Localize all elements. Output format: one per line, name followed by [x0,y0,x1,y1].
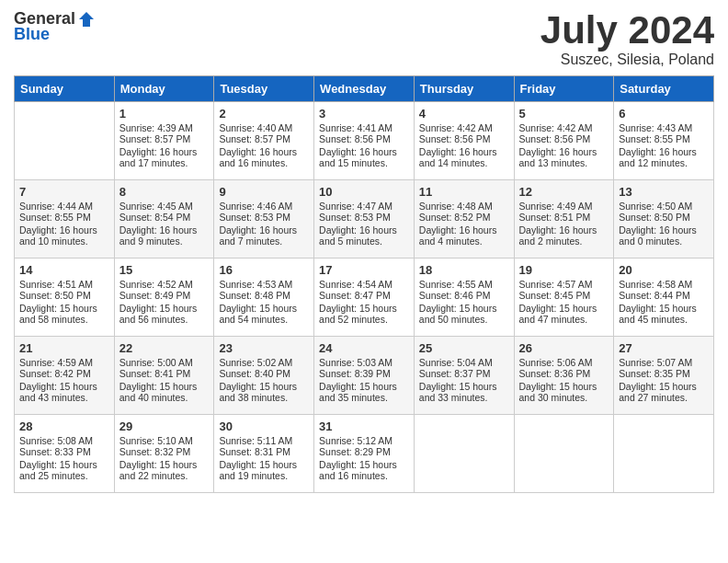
day-number: 31 [319,419,409,433]
sunset-text: Sunset: 8:41 PM [119,368,210,379]
daylight-text: Daylight: 15 hours [119,459,210,470]
sunset-text: Sunset: 8:56 PM [419,133,509,144]
calendar-cell: 19Sunrise: 4:57 AMSunset: 8:45 PMDayligh… [514,259,614,337]
daylight-text: Daylight: 15 hours [319,381,409,392]
daylight-text: Daylight: 15 hours [219,381,309,392]
daylight-text: Daylight: 15 hours [319,303,409,314]
calendar-cell: 18Sunrise: 4:55 AMSunset: 8:46 PMDayligh… [414,259,514,337]
daylight-text: Daylight: 15 hours [19,381,109,392]
daylight-text: Daylight: 16 hours [419,146,509,157]
calendar-cell: 29Sunrise: 5:10 AMSunset: 8:32 PMDayligh… [114,415,214,493]
daylight-minutes-text: and 45 minutes. [619,314,709,325]
daylight-text: Daylight: 16 hours [319,224,409,236]
calendar-week-row: 1Sunrise: 4:39 AMSunset: 8:57 PMDaylight… [15,102,714,180]
calendar-cell: 20Sunrise: 4:58 AMSunset: 8:44 PMDayligh… [614,259,714,337]
calendar-cell: 6Sunrise: 4:43 AMSunset: 8:55 PMDaylight… [614,102,714,180]
daylight-text: Daylight: 16 hours [319,146,409,157]
daylight-minutes-text: and 38 minutes. [219,392,309,403]
daylight-text: Daylight: 16 hours [519,146,609,157]
calendar-week-row: 21Sunrise: 4:59 AMSunset: 8:42 PMDayligh… [15,337,714,415]
calendar-cell: 16Sunrise: 4:53 AMSunset: 8:48 PMDayligh… [214,259,314,337]
sunset-text: Sunset: 8:56 PM [319,133,409,144]
daylight-minutes-text: and 16 minutes. [219,157,309,168]
daylight-text: Daylight: 16 hours [119,146,210,157]
daylight-minutes-text: and 25 minutes. [19,470,109,481]
daylight-text: Daylight: 15 hours [419,303,509,314]
calendar-cell [15,102,115,180]
daylight-minutes-text: and 58 minutes. [19,314,109,325]
day-number: 9 [219,185,309,199]
calendar-table: SundayMondayTuesdayWednesdayThursdayFrid… [14,75,714,493]
sunrise-text: Sunrise: 4:57 AM [519,279,609,290]
daylight-minutes-text: and 16 minutes. [319,470,409,481]
sunrise-text: Sunrise: 4:42 AM [419,122,509,133]
calendar-cell: 7Sunrise: 4:44 AMSunset: 8:55 PMDaylight… [15,180,115,259]
sunset-text: Sunset: 8:55 PM [619,133,709,144]
sunset-text: Sunset: 8:57 PM [119,133,210,144]
calendar-cell: 23Sunrise: 5:02 AMSunset: 8:40 PMDayligh… [214,337,314,415]
day-number: 5 [519,107,609,121]
sunrise-text: Sunrise: 5:00 AM [119,357,210,368]
day-number: 11 [419,185,509,199]
daylight-minutes-text: and 43 minutes. [19,392,109,403]
sunset-text: Sunset: 8:51 PM [519,212,609,223]
daylight-minutes-text: and 40 minutes. [119,392,210,403]
daylight-text: Daylight: 15 hours [619,303,709,314]
calendar-cell: 26Sunrise: 5:06 AMSunset: 8:36 PMDayligh… [514,337,614,415]
sunrise-text: Sunrise: 4:40 AM [219,122,309,133]
daylight-minutes-text: and 13 minutes. [519,157,609,168]
day-number: 27 [619,341,709,355]
weekday-header: Thursday [414,76,514,102]
daylight-minutes-text: and 27 minutes. [619,392,709,403]
calendar-week-row: 7Sunrise: 4:44 AMSunset: 8:55 PMDaylight… [15,180,714,259]
calendar-cell: 1Sunrise: 4:39 AMSunset: 8:57 PMDaylight… [114,102,214,180]
day-number: 10 [319,185,409,199]
sunset-text: Sunset: 8:32 PM [119,446,210,457]
calendar-cell: 31Sunrise: 5:12 AMSunset: 8:29 PMDayligh… [314,415,415,493]
day-number: 20 [619,263,709,277]
calendar-cell: 30Sunrise: 5:11 AMSunset: 8:31 PMDayligh… [214,415,314,493]
weekday-header: Sunday [15,76,115,102]
logo-icon [77,10,96,29]
sunrise-text: Sunrise: 5:02 AM [219,357,309,368]
daylight-text: Daylight: 15 hours [219,303,309,314]
calendar-cell: 17Sunrise: 4:54 AMSunset: 8:47 PMDayligh… [314,259,415,337]
daylight-minutes-text: and 4 minutes. [419,236,509,247]
daylight-minutes-text: and 50 minutes. [419,314,509,325]
sunset-text: Sunset: 8:47 PM [319,290,409,301]
daylight-minutes-text: and 22 minutes. [119,470,210,481]
day-number: 28 [19,419,109,433]
calendar-cell [614,415,714,493]
day-number: 23 [219,341,309,355]
daylight-text: Daylight: 15 hours [419,381,509,392]
logo: General Blue [14,9,96,44]
calendar-cell: 12Sunrise: 4:49 AMSunset: 8:51 PMDayligh… [514,180,614,259]
sunset-text: Sunset: 8:54 PM [119,212,210,223]
sunset-text: Sunset: 8:29 PM [319,446,409,457]
daylight-text: Daylight: 15 hours [19,459,109,470]
sunrise-text: Sunrise: 4:54 AM [319,279,409,290]
calendar-cell: 21Sunrise: 4:59 AMSunset: 8:42 PMDayligh… [15,337,115,415]
day-number: 21 [19,341,109,355]
day-number: 16 [219,263,309,277]
daylight-minutes-text: and 35 minutes. [319,392,409,403]
daylight-minutes-text: and 9 minutes. [119,236,210,247]
sunset-text: Sunset: 8:56 PM [519,133,609,144]
sunrise-text: Sunrise: 5:03 AM [319,357,409,368]
location-subtitle: Suszec, Silesia, Poland [540,52,714,68]
sunrise-text: Sunrise: 4:55 AM [419,279,509,290]
sunrise-text: Sunrise: 5:11 AM [219,435,309,446]
daylight-text: Daylight: 16 hours [419,224,509,236]
calendar-cell [414,415,514,493]
sunrise-text: Sunrise: 5:06 AM [519,357,609,368]
title-block: July 2024 Suszec, Silesia, Poland [540,9,714,68]
sunrise-text: Sunrise: 4:51 AM [19,279,109,290]
sunset-text: Sunset: 8:35 PM [619,368,709,379]
sunrise-text: Sunrise: 4:48 AM [419,201,509,212]
day-number: 18 [419,263,509,277]
sunrise-text: Sunrise: 4:41 AM [319,122,409,133]
sunset-text: Sunset: 8:39 PM [319,368,409,379]
daylight-minutes-text: and 19 minutes. [219,470,309,481]
weekday-header: Monday [114,76,214,102]
day-number: 6 [619,107,709,121]
